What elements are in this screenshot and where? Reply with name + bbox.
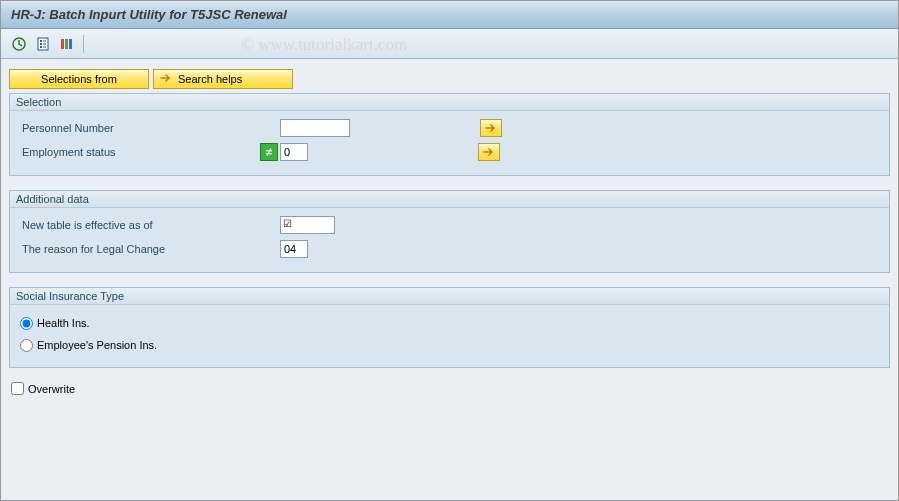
employment-status-input[interactable] (280, 143, 308, 161)
overwrite-checkbox[interactable] (11, 382, 24, 395)
group-additional: Additional data New table is effective a… (9, 190, 890, 273)
window-title: HR-J: Batch Inpurt Utility for T5JSC Ren… (1, 1, 898, 29)
effective-row: New table is effective as of ☑ (20, 214, 879, 236)
health-radio-row: Health Ins. (20, 313, 879, 333)
personnel-number-input[interactable] (280, 119, 350, 137)
not-equal-icon[interactable]: ≠ (260, 143, 278, 161)
pension-radio-label: Employee's Pension Ins. (37, 339, 157, 351)
pension-radio-row: Employee's Pension Ins. (20, 335, 879, 355)
effective-input[interactable] (280, 216, 335, 234)
search-helps-button[interactable]: Search helps (153, 69, 293, 89)
group-selection: Selection Personnel Number Employment st… (9, 93, 890, 176)
arrow-right-icon (483, 147, 495, 157)
group-social: Social Insurance Type Health Ins. Employ… (9, 287, 890, 368)
arrow-right-icon (485, 123, 497, 133)
health-radio[interactable] (20, 317, 33, 330)
toolbar-separator (83, 35, 84, 53)
svg-rect-3 (40, 43, 42, 45)
svg-rect-2 (40, 40, 42, 42)
group-selection-title: Selection (10, 94, 889, 111)
group-social-title: Social Insurance Type (10, 288, 889, 305)
overwrite-label: Overwrite (28, 383, 75, 395)
button-row: Selections from Search helps (9, 69, 890, 89)
group-additional-title: Additional data (10, 191, 889, 208)
health-radio-label: Health Ins. (37, 317, 90, 329)
effective-label: New table is effective as of (20, 219, 280, 231)
selections-from-button[interactable]: Selections from (9, 69, 149, 89)
search-helps-label: Search helps (178, 73, 242, 85)
employment-status-label: Employment status (20, 146, 260, 158)
reason-input[interactable] (280, 240, 308, 258)
personnel-number-label: Personnel Number (20, 122, 260, 134)
execute-icon[interactable] (9, 34, 29, 54)
content-area: Selections from Search helps Selection P… (1, 59, 898, 501)
svg-rect-8 (61, 39, 64, 49)
pension-radio[interactable] (20, 339, 33, 352)
reason-label: The reason for Legal Change (20, 243, 280, 255)
arrow-right-icon (160, 73, 172, 85)
overview-icon[interactable] (33, 34, 53, 54)
variants-icon[interactable] (57, 34, 77, 54)
svg-rect-10 (69, 39, 72, 49)
svg-rect-4 (40, 46, 42, 48)
reason-row: The reason for Legal Change (20, 238, 879, 260)
overwrite-row: Overwrite (9, 382, 890, 395)
personnel-number-multi-button[interactable] (480, 119, 502, 137)
app-toolbar (1, 29, 898, 59)
employment-status-row: Employment status ≠ (20, 141, 879, 163)
svg-rect-9 (65, 39, 68, 49)
employment-status-multi-button[interactable] (478, 143, 500, 161)
personnel-number-row: Personnel Number (20, 117, 879, 139)
